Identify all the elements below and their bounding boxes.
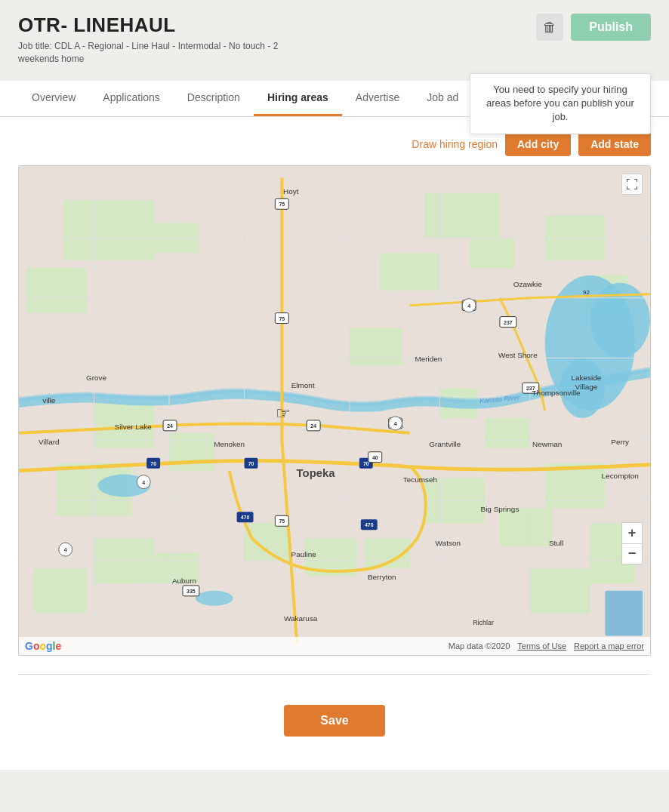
svg-text:Ozawkie: Ozawkie — [513, 279, 543, 288]
svg-text:24: 24 — [167, 423, 173, 428]
zoom-out-button[interactable]: − — [621, 543, 643, 564]
svg-text:Wakarusa: Wakarusa — [284, 614, 318, 622]
add-state-button[interactable]: Add state — [578, 132, 651, 156]
tab-advertise[interactable]: Advertise — [342, 81, 413, 116]
google-logo: Google — [25, 640, 61, 652]
svg-text:Perry: Perry — [611, 437, 629, 445]
map-controls: Draw hiring region Add city Add state — [18, 132, 651, 156]
svg-text:Villard: Villard — [39, 437, 59, 445]
svg-rect-2 — [26, 267, 87, 312]
save-area: Save — [18, 693, 651, 755]
svg-rect-18 — [500, 508, 553, 546]
svg-text:4: 4 — [394, 420, 397, 426]
map-zoom-controls: + − — [621, 522, 643, 564]
tab-job-ad[interactable]: Job ad — [413, 81, 472, 116]
svg-text:Hoyt: Hoyt — [283, 187, 299, 195]
terms-link[interactable]: Terms of Use — [517, 641, 566, 651]
svg-rect-6 — [470, 238, 515, 268]
map-copyright: Map data ©2020 — [449, 641, 510, 651]
delete-button[interactable]: 🗑 — [536, 14, 563, 41]
svg-text:Lakeside: Lakeside — [572, 374, 602, 382]
svg-text:70: 70 — [150, 460, 156, 466]
page-title: OTR- LINEHAUL — [18, 14, 320, 37]
zoom-in-button[interactable]: + — [621, 522, 643, 543]
map-fullscreen-button[interactable] — [621, 174, 643, 195]
tab-overview[interactable]: Overview — [18, 81, 89, 116]
svg-text:Tecumseh: Tecumseh — [403, 475, 437, 483]
svg-text:Topeka: Topeka — [297, 466, 336, 478]
svg-rect-11 — [485, 418, 530, 448]
svg-rect-26 — [605, 590, 643, 635]
svg-point-31 — [196, 590, 233, 605]
main-content: Draw hiring region Add city Add state — [0, 117, 669, 770]
svg-text:4: 4 — [142, 479, 145, 484]
publish-button[interactable]: Publish — [571, 14, 651, 41]
tab-applications[interactable]: Applications — [89, 81, 174, 116]
svg-text:237: 237 — [504, 319, 513, 324]
svg-text:335: 335 — [187, 588, 196, 593]
svg-text:470: 470 — [241, 515, 250, 520]
header-actions: 🗑 Publish — [536, 14, 651, 41]
svg-text:Thompsonville: Thompsonville — [532, 389, 581, 397]
svg-text:Auburn: Auburn — [172, 576, 196, 584]
svg-text:75: 75 — [279, 201, 285, 207]
tab-description[interactable]: Description — [174, 81, 254, 116]
svg-rect-13 — [169, 432, 214, 470]
svg-rect-23 — [245, 523, 290, 561]
section-divider — [18, 674, 651, 675]
svg-text:Stull: Stull — [549, 539, 563, 547]
svg-text:470: 470 — [365, 522, 374, 527]
job-subtitle: Job title: CDL A - Regional - Line Haul … — [18, 40, 320, 66]
svg-text:Big Springs: Big Springs — [481, 505, 519, 513]
svg-text:Meriden: Meriden — [415, 355, 442, 363]
svg-rect-5 — [380, 253, 440, 291]
draw-region-button[interactable]: Draw hiring region — [412, 138, 498, 150]
svg-rect-22 — [34, 568, 87, 614]
header-left: OTR- LINEHAUL Job title: CDL A - Regiona… — [18, 14, 320, 66]
svg-text:75: 75 — [279, 315, 285, 321]
svg-text:Berryton: Berryton — [368, 573, 396, 581]
map-footer: Google Map data ©2020 Terms of Use Repor… — [19, 637, 650, 655]
tab-hiring-areas[interactable]: Hiring areas — [254, 81, 342, 116]
svg-text:92: 92 — [583, 288, 590, 295]
publish-tooltip: You need to specify your hiring areas be… — [470, 73, 651, 134]
map-svg: 70 70 70 470 470 75 75 7 — [19, 166, 650, 655]
map-container[interactable]: 70 70 70 470 470 75 75 7 — [18, 165, 651, 656]
report-link[interactable]: Report a map error — [574, 641, 644, 651]
svg-text:70: 70 — [248, 460, 254, 466]
svg-text:ville: ville — [42, 396, 56, 404]
svg-text:Pauline: Pauline — [291, 550, 317, 558]
svg-text:Menoken: Menoken — [214, 439, 245, 448]
svg-text:24: 24 — [310, 423, 316, 428]
svg-text:Grove: Grove — [86, 374, 107, 382]
svg-text:Silver Lake: Silver Lake — [115, 422, 153, 430]
add-city-button[interactable]: Add city — [505, 132, 571, 156]
svg-text:75: 75 — [279, 518, 285, 524]
svg-text:Newman: Newman — [532, 439, 562, 448]
svg-rect-21 — [530, 568, 590, 614]
svg-text:Richlar: Richlar — [473, 618, 494, 626]
svg-text:4: 4 — [64, 547, 67, 552]
svg-text:4: 4 — [467, 303, 470, 308]
svg-text:Watson: Watson — [436, 539, 461, 547]
svg-text:Grantville: Grantville — [429, 439, 461, 448]
svg-rect-4 — [424, 192, 500, 238]
map-background: 70 70 70 470 470 75 75 7 — [19, 166, 650, 655]
svg-rect-9 — [350, 328, 402, 365]
svg-rect-1 — [64, 200, 154, 260]
save-button[interactable]: Save — [284, 705, 384, 737]
svg-text:Lecompton: Lecompton — [602, 471, 639, 479]
svg-text:West Shore: West Shore — [498, 351, 538, 359]
svg-text:Elmont: Elmont — [291, 381, 315, 389]
svg-text:40: 40 — [372, 454, 378, 460]
map-footer-info: Map data ©2020 Terms of Use Report a map… — [449, 641, 644, 651]
